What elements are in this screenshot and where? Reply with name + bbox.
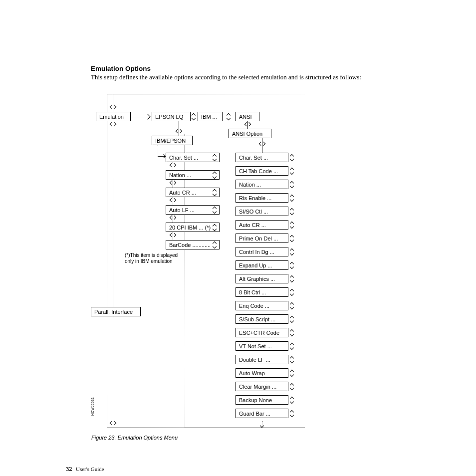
box-ansi-option: ANSI Option	[229, 129, 271, 138]
ansi-item: ESC+CTR Code	[236, 328, 288, 337]
ansi-item: Expand Up ...	[236, 260, 288, 270]
ansi-item: S/Sub Script ...	[236, 314, 288, 324]
side-code: HCWJ0031	[91, 397, 94, 416]
box-emulation: Emulation	[96, 112, 131, 121]
ibm-item: Auto LF ...	[166, 205, 220, 215]
ibm-item: Auto CR ...	[166, 188, 220, 197]
spine-line-top	[113, 94, 113, 112]
ansi-item: Char. Set ...	[236, 153, 288, 162]
ansi-item: Nation ...	[236, 180, 288, 189]
ibm-item: Char. Set ...	[166, 153, 220, 162]
ansi-item: Clear Margin ...	[236, 382, 288, 391]
box-ibm-epson: IBM/EPSON	[152, 136, 193, 145]
ibm-item-line-v	[158, 145, 158, 156]
ansi-item: Double LF ...	[236, 355, 288, 364]
figure-caption: Figure 23. Emulation Options Menu	[91, 435, 178, 441]
spine-line	[113, 121, 113, 318]
ansi-item: Ris Enable ...	[236, 193, 288, 203]
ansi-item: Auto Wrap	[236, 368, 288, 378]
ibm-item: BarCode ............	[166, 240, 220, 249]
footnote: (*)This item is displayed only in IBM em…	[125, 252, 178, 264]
menu-diagram: HCWJ0031 Emulation EPSON LQ IBM ... ANSI…	[91, 94, 395, 428]
ansi-drop-line-2	[262, 138, 262, 153]
ansi-item: 8 Bit Ctrl ...	[236, 287, 288, 297]
ansi-item: Contrl In Dg ...	[236, 247, 288, 256]
section-intro: This setup defines the available options…	[91, 73, 388, 81]
ansi-item: Backup None	[236, 395, 288, 405]
box-parall-interface: Parall. Interface	[91, 307, 141, 316]
ibm-drop-line	[179, 121, 179, 136]
footer-guide: User's Guide	[76, 466, 104, 472]
page-number: 32	[66, 466, 72, 473]
ansi-item: Auto CR ...	[236, 220, 288, 230]
box-epson-lq: EPSON LQ	[152, 112, 191, 121]
ansi-item: CH Tab Code ...	[236, 166, 288, 176]
footnote-line-2: only in IBM emulation	[125, 258, 173, 264]
box-ibm: IBM ...	[198, 112, 223, 121]
ansi-item: VT Not Set ...	[236, 341, 288, 351]
ibm-item: 20 CPI IBM ... (*)	[166, 223, 220, 232]
box-ansi: ANSI	[236, 112, 259, 121]
section-heading: Emulation Options	[91, 65, 151, 72]
ansi-item: Alt Graphics ...	[236, 274, 288, 283]
ansi-item: Enq Code ...	[236, 301, 288, 310]
ibm-item: Nation ...	[166, 170, 220, 180]
ansi-item: Prime On Del ...	[236, 234, 288, 243]
ansi-item: Guard Bar ...	[236, 409, 288, 418]
ansi-item: SI/SO Ctl ...	[236, 207, 288, 216]
footnote-line-1: (*)This item is displayed	[125, 252, 178, 258]
